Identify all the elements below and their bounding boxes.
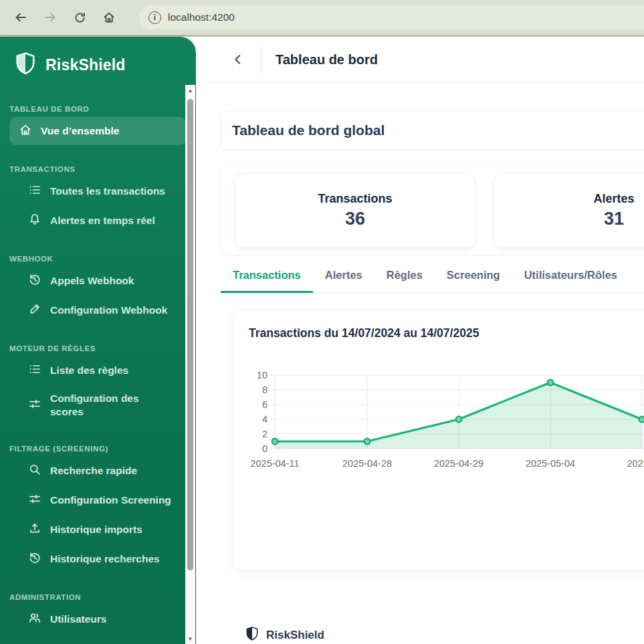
sidebar-item-recherche-rapide[interactable]: Recherche rapide: [9, 457, 187, 485]
scrollbar-thumb[interactable]: [187, 99, 193, 570]
history-icon: [28, 551, 41, 567]
tab-utilisateurs-roles[interactable]: Utilisateurs/Rôles: [512, 261, 629, 293]
sliders-icon: [28, 492, 41, 508]
nav-section-administration: ADMINISTRATION: [0, 593, 196, 601]
sidebar-item-toutes-les-transactions[interactable]: Toutes les transactions: [9, 177, 187, 205]
sidebar-item-label: Configuration Webhook: [50, 304, 167, 317]
tab-alertes[interactable]: Alertes: [313, 261, 374, 293]
sidebar-item-label: Vue d’ensemble: [41, 124, 119, 138]
sidebar-item-historique-recherches[interactable]: Historique recherches: [9, 545, 187, 573]
svg-text:2025-04-29: 2025-04-29: [434, 458, 484, 469]
stat-card-transactions: Transactions 36: [235, 173, 475, 248]
svg-text:2025-0: 2025-0: [627, 458, 644, 469]
sidebar-item-label: Configuration Screening: [50, 494, 171, 507]
tab-regles[interactable]: Règles: [374, 261, 435, 293]
sidebar: RiskShield TABLEAU DE BORDVue d’ensemble…: [0, 37, 196, 644]
address-bar[interactable]: i localhost:4200: [139, 5, 644, 29]
pencil-icon: [28, 302, 41, 318]
url-text[interactable]: localhost:4200: [168, 11, 235, 23]
main-content: Tableau de bord Tableau de bord global T…: [196, 37, 644, 644]
svg-text:2025-05-04: 2025-05-04: [526, 458, 575, 469]
svg-text:4: 4: [262, 414, 267, 425]
search-icon: [28, 463, 41, 479]
svg-text:8: 8: [262, 385, 267, 395]
chart-card: 02468102025-04-112025-04-282025-04-29202…: [232, 310, 644, 570]
stat-card-alertes: Alertes 31: [494, 173, 644, 248]
sidebar-item-historique-imports[interactable]: Historique imports: [9, 516, 187, 544]
browser-toolbar: i localhost:4200: [0, 0, 644, 37]
home-icon: [19, 123, 32, 139]
history-icon: [28, 273, 41, 289]
sidebar-brand: RiskShield: [45, 56, 126, 74]
sidebar-item-label: Historique imports: [50, 523, 142, 536]
sidebar-item-alertes-en-temps-reel[interactable]: Alertes en temps réel: [9, 207, 187, 235]
sidebar-item-configuration-screening[interactable]: Configuration Screening: [9, 486, 187, 514]
page-header: Tableau de bord: [196, 37, 644, 83]
stat-value: 36: [345, 209, 365, 229]
sidebar-item-label: Configuration des scores: [50, 392, 175, 419]
tab-bar: TransactionsAlertesRèglesScreeningUtilis…: [221, 261, 644, 293]
nav-section-filtrage-screening: FILTRAGE (SCREENING): [0, 445, 196, 453]
stat-label: Transactions: [318, 192, 392, 206]
scroll-up-icon[interactable]: ▲: [185, 85, 195, 96]
list-icon: [28, 183, 41, 199]
page-title: Tableau de bord: [276, 52, 378, 68]
header-divider: [261, 46, 261, 73]
sidebar-item-label: Historique recherches: [50, 552, 160, 566]
stat-label: Alertes: [593, 192, 634, 206]
stats-container: Transactions 36Alertes 31: [221, 166, 644, 255]
footer-brand: RiskShield: [266, 629, 324, 642]
reload-icon[interactable]: [68, 6, 91, 29]
sidebar-item-appels-webhook[interactable]: Appels Webhook: [9, 267, 187, 295]
list-icon: [28, 362, 41, 379]
chart-title: Transactions du 14/07/2024 au 14/07/2025: [249, 326, 479, 340]
svg-text:2: 2: [262, 429, 267, 439]
chevron-left-icon[interactable]: [228, 49, 248, 70]
sidebar-item-label: Utilisateurs: [50, 613, 106, 626]
sidebar-item-liste-des-regles[interactable]: Liste des règles: [9, 356, 187, 385]
sidebar-scrollbar[interactable]: ▲ ▼: [185, 85, 195, 644]
page-footer: RiskShield: [221, 570, 644, 644]
global-dashboard-card: Tableau de bord global: [221, 110, 644, 150]
svg-text:10: 10: [257, 370, 267, 381]
global-dashboard-title: Tableau de bord global: [232, 122, 385, 138]
sidebar-item-label: Liste des règles: [50, 364, 128, 377]
back-icon[interactable]: [9, 6, 32, 29]
home-icon[interactable]: [98, 6, 120, 29]
svg-text:6: 6: [262, 399, 267, 410]
nav-section-moteur-de-regles: MOTEUR DE RÈGLES: [0, 344, 196, 352]
tab-screening[interactable]: Screening: [435, 261, 512, 293]
users-icon: [28, 611, 41, 627]
svg-text:2025-04-11: 2025-04-11: [250, 458, 299, 469]
shield-icon: [15, 51, 36, 78]
sidebar-logo: RiskShield: [0, 37, 196, 78]
bell-icon: [28, 213, 41, 229]
sidebar-item-label: Toutes les transactions: [50, 185, 165, 198]
nav-section-webhook: WEBHOOK: [0, 255, 196, 263]
info-icon[interactable]: i: [148, 11, 161, 24]
sidebar-item-utilisateurs[interactable]: Utilisateurs: [9, 605, 187, 633]
shield-icon: [245, 626, 259, 644]
scroll-down-icon[interactable]: ▼: [185, 633, 195, 644]
tab-transactions[interactable]: Transactions: [221, 261, 313, 293]
stat-value: 31: [604, 209, 624, 229]
nav-section-tableau-de-bord: TABLEAU DE BORD: [0, 105, 196, 113]
upload-icon: [28, 522, 41, 538]
sidebar-item-label: Appels Webhook: [50, 274, 134, 288]
sidebar-item-label: Alertes en temps réel: [50, 214, 155, 227]
svg-text:2025-04-28: 2025-04-28: [342, 458, 392, 469]
sidebar-item-configuration-webhook[interactable]: Configuration Webhook: [9, 296, 187, 324]
svg-text:0: 0: [262, 443, 267, 454]
sliders-icon: [28, 397, 41, 413]
sidebar-item-configuration-des-scores[interactable]: Configuration des scores: [9, 386, 187, 425]
sidebar-item-label: Recherche rapide: [50, 464, 137, 477]
forward-icon: [39, 6, 62, 29]
sidebar-item-vue-densemble[interactable]: Vue d’ensemble: [9, 117, 187, 145]
nav-section-transactions: TRANSACTIONS: [0, 165, 196, 173]
sidebar-nav: TABLEAU DE BORDVue d’ensembleTRANSACTION…: [0, 78, 196, 633]
